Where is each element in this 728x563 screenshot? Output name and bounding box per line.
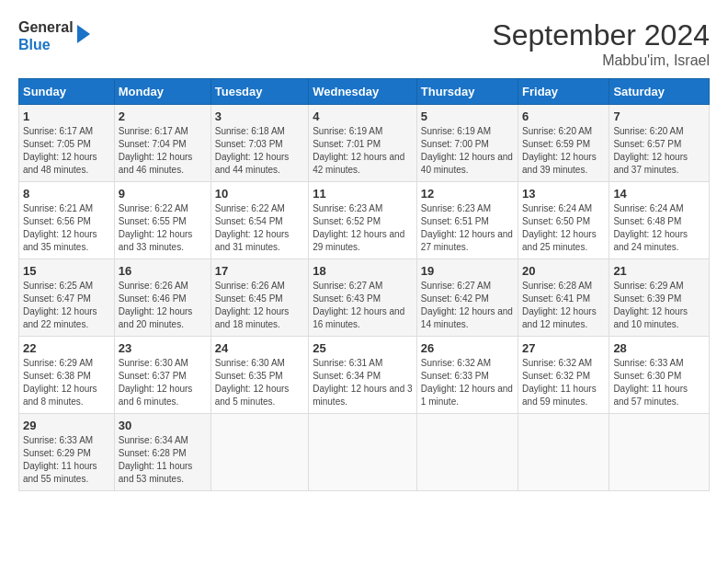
calendar-week-row: 22 Sunrise: 6:29 AMSunset: 6:38 PMDaylig… xyxy=(19,337,710,414)
day-number: 4 xyxy=(313,109,413,123)
calendar-cell: 29 Sunrise: 6:33 AMSunset: 6:29 PMDaylig… xyxy=(19,414,115,491)
page-header: General Blue September 2024 Mabbu'im, Is… xyxy=(18,18,710,69)
day-number: 18 xyxy=(313,264,413,278)
day-number: 3 xyxy=(215,109,304,123)
day-info: Sunrise: 6:26 AMSunset: 6:46 PMDaylight:… xyxy=(119,280,207,331)
calendar-cell: 11 Sunrise: 6:23 AMSunset: 6:52 PMDaylig… xyxy=(309,182,417,259)
logo-wrapper: General Blue xyxy=(18,18,90,53)
calendar-cell: 1 Sunrise: 6:17 AMSunset: 7:05 PMDayligh… xyxy=(19,105,115,182)
calendar-cell: 26 Sunrise: 6:32 AMSunset: 6:33 PMDaylig… xyxy=(416,337,518,414)
day-info: Sunrise: 6:22 AMSunset: 6:54 PMDaylight:… xyxy=(215,202,304,254)
title-area: September 2024 Mabbu'im, Israel xyxy=(492,18,710,69)
day-number: 10 xyxy=(215,187,304,201)
day-info: Sunrise: 6:28 AMSunset: 6:41 PMDaylight:… xyxy=(522,280,605,331)
day-number: 13 xyxy=(522,187,605,201)
day-info: Sunrise: 6:30 AMSunset: 6:35 PMDaylight:… xyxy=(215,357,304,408)
calendar-cell: 18 Sunrise: 6:27 AMSunset: 6:43 PMDaylig… xyxy=(309,259,417,337)
calendar-cell xyxy=(609,414,710,491)
day-info: Sunrise: 6:33 AMSunset: 6:30 PMDaylight:… xyxy=(613,357,705,408)
calendar-cell: 13 Sunrise: 6:24 AMSunset: 6:50 PMDaylig… xyxy=(518,182,609,259)
day-info: Sunrise: 6:20 AMSunset: 6:59 PMDaylight:… xyxy=(522,125,605,177)
calendar-cell: 6 Sunrise: 6:20 AMSunset: 6:59 PMDayligh… xyxy=(518,105,609,182)
day-info: Sunrise: 6:34 AMSunset: 6:28 PMDaylight:… xyxy=(119,434,207,486)
calendar-cell: 4 Sunrise: 6:19 AMSunset: 7:01 PMDayligh… xyxy=(309,105,417,182)
day-number: 26 xyxy=(421,341,514,355)
calendar-cell xyxy=(309,414,417,491)
month-title: September 2024 xyxy=(492,18,710,52)
day-number: 1 xyxy=(23,109,110,123)
day-info: Sunrise: 6:33 AMSunset: 6:29 PMDaylight:… xyxy=(23,434,110,486)
day-number: 21 xyxy=(613,264,705,278)
day-number: 24 xyxy=(215,341,304,355)
calendar-cell: 30 Sunrise: 6:34 AMSunset: 6:28 PMDaylig… xyxy=(114,414,210,491)
calendar-cell: 15 Sunrise: 6:25 AMSunset: 6:47 PMDaylig… xyxy=(19,259,115,337)
day-info: Sunrise: 6:19 AMSunset: 7:00 PMDaylight:… xyxy=(421,125,514,177)
calendar-cell: 5 Sunrise: 6:19 AMSunset: 7:00 PMDayligh… xyxy=(416,105,518,182)
day-number: 28 xyxy=(613,341,705,355)
calendar-cell: 12 Sunrise: 6:23 AMSunset: 6:51 PMDaylig… xyxy=(416,182,518,259)
day-number: 17 xyxy=(215,264,304,278)
logo: General Blue xyxy=(18,18,90,53)
day-number: 20 xyxy=(522,264,605,278)
day-header-tuesday: Tuesday xyxy=(210,79,308,105)
day-number: 16 xyxy=(119,264,207,278)
calendar-week-row: 8 Sunrise: 6:21 AMSunset: 6:56 PMDayligh… xyxy=(19,182,710,259)
day-number: 12 xyxy=(421,187,514,201)
day-info: Sunrise: 6:21 AMSunset: 6:56 PMDaylight:… xyxy=(23,202,110,254)
day-header-thursday: Thursday xyxy=(416,79,518,105)
day-number: 9 xyxy=(119,187,207,201)
day-info: Sunrise: 6:18 AMSunset: 7:03 PMDaylight:… xyxy=(215,125,304,177)
day-header-monday: Monday xyxy=(114,79,210,105)
day-info: Sunrise: 6:23 AMSunset: 6:51 PMDaylight:… xyxy=(421,202,514,254)
calendar-cell xyxy=(518,414,609,491)
calendar-cell: 28 Sunrise: 6:33 AMSunset: 6:30 PMDaylig… xyxy=(609,337,710,414)
day-number: 11 xyxy=(313,187,413,201)
calendar-header-row: SundayMondayTuesdayWednesdayThursdayFrid… xyxy=(19,79,710,105)
logo-blue: Blue xyxy=(18,36,74,53)
calendar-table: SundayMondayTuesdayWednesdayThursdayFrid… xyxy=(18,78,710,491)
day-info: Sunrise: 6:32 AMSunset: 6:32 PMDaylight:… xyxy=(522,357,605,408)
day-number: 2 xyxy=(119,109,207,123)
calendar-cell: 23 Sunrise: 6:30 AMSunset: 6:37 PMDaylig… xyxy=(114,337,210,414)
logo-general: General xyxy=(18,18,74,36)
calendar-cell: 9 Sunrise: 6:22 AMSunset: 6:55 PMDayligh… xyxy=(114,182,210,259)
day-header-sunday: Sunday xyxy=(19,79,115,105)
calendar-cell: 3 Sunrise: 6:18 AMSunset: 7:03 PMDayligh… xyxy=(210,105,308,182)
day-info: Sunrise: 6:27 AMSunset: 6:42 PMDaylight:… xyxy=(421,280,514,331)
day-info: Sunrise: 6:24 AMSunset: 6:50 PMDaylight:… xyxy=(522,202,605,254)
logo-arrow-icon xyxy=(77,25,90,43)
day-number: 8 xyxy=(23,187,110,201)
calendar-cell: 8 Sunrise: 6:21 AMSunset: 6:56 PMDayligh… xyxy=(19,182,115,259)
day-info: Sunrise: 6:20 AMSunset: 6:57 PMDaylight:… xyxy=(613,125,705,177)
day-number: 30 xyxy=(119,419,207,432)
day-number: 5 xyxy=(421,109,514,123)
day-info: Sunrise: 6:22 AMSunset: 6:55 PMDaylight:… xyxy=(119,202,207,254)
day-number: 27 xyxy=(522,341,605,355)
calendar-cell: 7 Sunrise: 6:20 AMSunset: 6:57 PMDayligh… xyxy=(609,105,710,182)
calendar-week-row: 15 Sunrise: 6:25 AMSunset: 6:47 PMDaylig… xyxy=(19,259,710,337)
day-info: Sunrise: 6:31 AMSunset: 6:34 PMDaylight:… xyxy=(313,357,413,408)
day-info: Sunrise: 6:26 AMSunset: 6:45 PMDaylight:… xyxy=(215,280,304,331)
day-header-wednesday: Wednesday xyxy=(309,79,417,105)
calendar-week-row: 29 Sunrise: 6:33 AMSunset: 6:29 PMDaylig… xyxy=(19,414,710,491)
day-info: Sunrise: 6:29 AMSunset: 6:38 PMDaylight:… xyxy=(23,357,110,408)
calendar-cell: 16 Sunrise: 6:26 AMSunset: 6:46 PMDaylig… xyxy=(114,259,210,337)
day-info: Sunrise: 6:25 AMSunset: 6:47 PMDaylight:… xyxy=(23,280,110,331)
day-number: 6 xyxy=(522,109,605,123)
calendar-week-row: 1 Sunrise: 6:17 AMSunset: 7:05 PMDayligh… xyxy=(19,105,710,182)
calendar-cell: 14 Sunrise: 6:24 AMSunset: 6:48 PMDaylig… xyxy=(609,182,710,259)
day-info: Sunrise: 6:19 AMSunset: 7:01 PMDaylight:… xyxy=(313,125,413,177)
day-number: 22 xyxy=(23,341,110,355)
day-info: Sunrise: 6:17 AMSunset: 7:04 PMDaylight:… xyxy=(119,125,207,177)
day-info: Sunrise: 6:27 AMSunset: 6:43 PMDaylight:… xyxy=(313,280,413,331)
day-number: 19 xyxy=(421,264,514,278)
calendar-cell: 21 Sunrise: 6:29 AMSunset: 6:39 PMDaylig… xyxy=(609,259,710,337)
calendar-cell: 27 Sunrise: 6:32 AMSunset: 6:32 PMDaylig… xyxy=(518,337,609,414)
calendar-cell: 10 Sunrise: 6:22 AMSunset: 6:54 PMDaylig… xyxy=(210,182,308,259)
day-info: Sunrise: 6:23 AMSunset: 6:52 PMDaylight:… xyxy=(313,202,413,254)
day-info: Sunrise: 6:30 AMSunset: 6:37 PMDaylight:… xyxy=(119,357,207,408)
logo-text: General Blue xyxy=(18,18,74,53)
day-info: Sunrise: 6:17 AMSunset: 7:05 PMDaylight:… xyxy=(23,125,110,177)
calendar-cell: 25 Sunrise: 6:31 AMSunset: 6:34 PMDaylig… xyxy=(309,337,417,414)
day-number: 25 xyxy=(313,341,413,355)
